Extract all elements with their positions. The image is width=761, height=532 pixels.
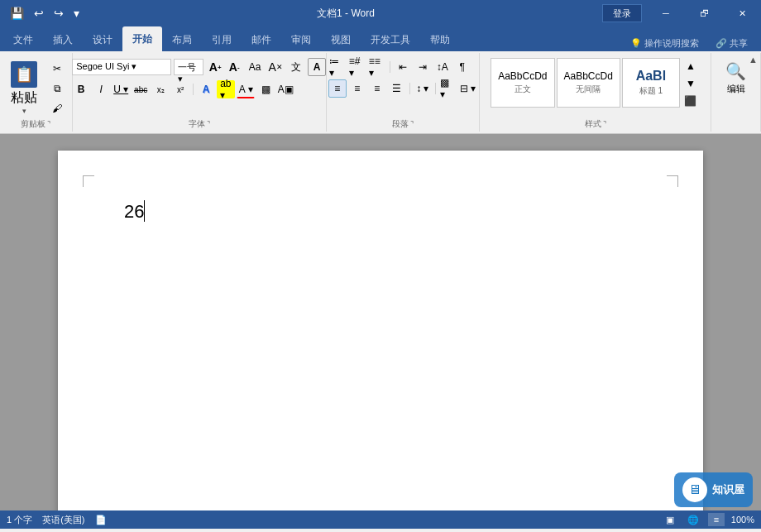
view-print-button[interactable]: ▣ xyxy=(662,513,678,526)
multilevel-button[interactable]: ≡≡ ▾ xyxy=(368,58,386,76)
bold-button[interactable]: B xyxy=(72,80,90,98)
editing-button[interactable]: 🔍 编辑 xyxy=(719,58,753,98)
char-shading-button[interactable]: ▩ xyxy=(256,80,275,98)
borders-button[interactable]: ⊟ ▾ xyxy=(459,79,477,98)
superscript-button[interactable]: x² xyxy=(171,80,189,98)
border-text-button[interactable]: A xyxy=(308,58,326,76)
paste-button[interactable]: 📋 粘贴 ▾ xyxy=(3,58,45,118)
watermark: 🖥 知识屋 xyxy=(674,472,753,507)
page-corner-tr xyxy=(667,175,678,187)
paste-label: 粘贴 xyxy=(11,89,37,107)
align-right-button[interactable]: ≡ xyxy=(368,79,386,98)
quick-extra-icon[interactable]: ▾ xyxy=(70,5,83,22)
subscript-button[interactable]: x₂ xyxy=(151,80,170,98)
quick-redo-icon[interactable]: ↪ xyxy=(50,5,67,22)
zoom-level: 100% xyxy=(731,515,754,525)
justify-button[interactable]: ☰ xyxy=(388,79,406,98)
shading-button[interactable]: ▩ ▾ xyxy=(439,79,457,98)
clipboard-side: ✂ ⧉ 🖌 xyxy=(46,58,68,118)
font-name-dropdown[interactable]: Segoe UI Syi ▾ xyxy=(72,59,171,75)
styles-scroll-up[interactable]: ▲ xyxy=(682,58,700,74)
status-bar: 1 个字 英语(美国) 📄 ▣ 🌐 ≡ 100% xyxy=(0,510,761,529)
strikethrough-button[interactable]: abc xyxy=(132,80,150,98)
font-color-button[interactable]: A ▾ xyxy=(237,80,255,98)
tab-insert[interactable]: 插入 xyxy=(43,28,83,51)
font-size-dropdown[interactable]: 一号 ▾ xyxy=(174,59,203,75)
styles-scroll-buttons: ▲ ▼ ⬛ xyxy=(682,58,700,109)
styles-more-button[interactable]: ⬛ xyxy=(682,93,700,109)
line-spacing-button[interactable]: ↕ ▾ xyxy=(414,79,432,98)
clipboard-label: 剪贴板 ⌝ xyxy=(0,118,72,130)
collapse-ribbon-button[interactable]: ▲ xyxy=(749,55,758,65)
view-web-button[interactable]: 🌐 xyxy=(685,513,701,526)
change-case-button[interactable]: Aa xyxy=(246,58,264,76)
font-group: Segoe UI Syi ▾ 一号 ▾ A+ A- Aa A✕ 文 A B I … xyxy=(73,53,327,132)
status-right: ▣ 🌐 ≡ 100% xyxy=(662,513,754,526)
underline-button[interactable]: U ▾ xyxy=(112,80,130,98)
document-area: 26 xyxy=(0,134,761,510)
window-title: 文档1 - Word xyxy=(89,7,602,21)
document-content[interactable]: 26 xyxy=(124,200,637,223)
language[interactable]: 英语(美国) xyxy=(42,514,84,526)
style-heading1[interactable]: AaBl 标题 1 xyxy=(622,58,680,108)
decrease-indent-button[interactable]: ⇤ xyxy=(394,58,412,76)
window-controls: 登录 ─ 🗗 ✕ xyxy=(602,0,761,26)
title-bar: 💾 ↩ ↪ ▾ 文档1 - Word 登录 ─ 🗗 ✕ xyxy=(0,0,761,26)
clipboard-group: 📋 粘贴 ▾ ✂ ⧉ 🖌 剪贴板 ⌝ xyxy=(0,53,73,132)
document-page[interactable]: 26 xyxy=(58,151,703,510)
paste-icon: 📋 xyxy=(11,61,37,88)
para-row2: ≡ ≡ ≡ ☰ ↕ ▾ ▩ ▾ ⊟ ▾ xyxy=(328,79,477,98)
tab-developer[interactable]: 开发工具 xyxy=(361,28,420,51)
tell-me-button[interactable]: 💡 操作说明搜索 xyxy=(624,36,706,51)
minimize-button[interactable]: ─ xyxy=(647,0,685,26)
clear-format-button[interactable]: A✕ xyxy=(266,58,285,76)
tab-file[interactable]: 文件 xyxy=(3,28,43,51)
styles-group: AaBbCcDd 正文 AaBbCcDd 无间隔 AaBl 标题 1 ▲ ▼ ⬛… xyxy=(480,53,711,132)
styles-scroll-down[interactable]: ▼ xyxy=(682,75,700,92)
view-read-button[interactable]: ≡ xyxy=(708,513,725,526)
tab-help[interactable]: 帮助 xyxy=(420,28,460,51)
share-button[interactable]: 🔗 共享 xyxy=(709,36,754,51)
tab-design[interactable]: 设计 xyxy=(83,28,122,51)
tab-home[interactable]: 开始 xyxy=(122,26,162,51)
track-changes-icon[interactable]: 📄 xyxy=(95,515,107,525)
word-count: 1 个字 xyxy=(7,514,32,526)
show-marks-button[interactable]: ¶ xyxy=(453,58,471,76)
text-effects-button[interactable]: A xyxy=(197,80,215,98)
copy-button[interactable]: ⧉ xyxy=(46,79,68,98)
font-grow-button[interactable]: A+ xyxy=(206,58,224,76)
tab-layout[interactable]: 布局 xyxy=(162,28,202,51)
restore-button[interactable]: 🗗 xyxy=(685,0,723,26)
style-no-spacing[interactable]: AaBbCcDd 无间隔 xyxy=(557,58,620,108)
paragraph-label: 段落 ⌝ xyxy=(327,118,479,130)
quick-undo-icon[interactable]: ↩ xyxy=(31,5,47,22)
cut-button[interactable]: ✂ xyxy=(46,60,68,78)
pinyin-button[interactable]: 文 xyxy=(287,58,305,76)
quick-access-toolbar: 💾 ↩ ↪ ▾ xyxy=(0,0,89,26)
font-size-buttons: A+ A- xyxy=(206,58,243,76)
font-row2: B I U ▾ abc x₂ x² A ab ▾ A ▾ ▩ A▣ xyxy=(72,80,294,98)
close-button[interactable]: ✕ xyxy=(723,0,761,26)
align-left-button[interactable]: ≡ xyxy=(328,79,347,98)
tab-references[interactable]: 引用 xyxy=(202,28,242,51)
increase-indent-button[interactable]: ⇥ xyxy=(414,58,432,76)
char-border-button[interactable]: A▣ xyxy=(276,80,294,98)
quick-save-icon[interactable]: 💾 xyxy=(7,5,27,22)
bullets-button[interactable]: ≔ ▾ xyxy=(328,58,347,76)
tab-mailings[interactable]: 邮件 xyxy=(242,28,281,51)
highlight-button[interactable]: ab ▾ xyxy=(217,80,235,98)
numbered-button[interactable]: ≡# ▾ xyxy=(348,58,366,76)
font-shrink-button[interactable]: A- xyxy=(225,58,243,76)
sort-button[interactable]: ↕A xyxy=(433,58,452,76)
tab-view[interactable]: 视图 xyxy=(321,28,361,51)
align-center-button[interactable]: ≡ xyxy=(348,79,366,98)
italic-button[interactable]: I xyxy=(92,80,110,98)
watermark-text: 知识屋 xyxy=(712,482,744,497)
format-paint-button[interactable]: 🖌 xyxy=(46,99,68,117)
paragraph-group: ≔ ▾ ≡# ▾ ≡≡ ▾ ⇤ ⇥ ↕A ¶ ≡ ≡ ≡ ☰ ↕ ▾ ▩ ▾ ⊟… xyxy=(327,53,480,132)
editing-label: 编辑 xyxy=(727,83,745,95)
login-button[interactable]: 登录 xyxy=(602,4,642,22)
tab-review[interactable]: 审阅 xyxy=(281,28,321,51)
editing-content: 🔍 编辑 xyxy=(719,55,753,130)
style-normal[interactable]: AaBbCcDd 正文 xyxy=(491,58,554,108)
